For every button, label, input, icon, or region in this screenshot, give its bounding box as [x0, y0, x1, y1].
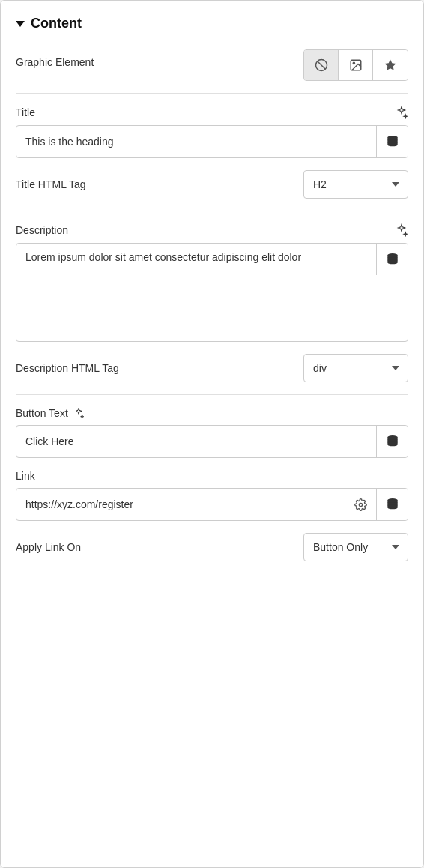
- title-html-tag-select-wrapper: H1 H2 H3 H4 H5 H6: [303, 170, 408, 199]
- description-html-tag-group: Description HTML Tag div p span: [16, 354, 408, 382]
- link-gear-btn[interactable]: [345, 489, 376, 520]
- link-input[interactable]: [16, 491, 345, 518]
- section-header: Content: [16, 16, 408, 31]
- description-label-row: Description: [16, 223, 408, 237]
- apply-link-select-wrapper: Button Only Entire Box Title Only: [303, 533, 408, 561]
- link-input-wrapper: [16, 488, 408, 521]
- link-stack-btn[interactable]: [376, 489, 408, 520]
- divider-3: [16, 394, 408, 395]
- button-text-stack-btn[interactable]: [376, 426, 408, 457]
- button-text-label-row: Button Text: [16, 407, 408, 419]
- svg-point-8: [359, 503, 362, 506]
- title-input[interactable]: [16, 128, 376, 155]
- graphic-btn-image[interactable]: [339, 50, 373, 80]
- description-html-tag-select-wrapper: div p span: [303, 354, 408, 382]
- title-label-row: Title: [16, 106, 408, 119]
- gear-icon: [354, 498, 367, 511]
- link-group: Link: [16, 470, 408, 521]
- svg-point-3: [353, 62, 354, 64]
- title-label: Title: [16, 106, 35, 118]
- description-stack-icon: [385, 252, 400, 267]
- divider-1: [16, 93, 408, 94]
- graphic-btn-none[interactable]: [304, 50, 339, 80]
- description-group: Description Lorem ipsum dolor sit amet c…: [16, 223, 408, 342]
- section-title: Content: [31, 16, 82, 31]
- title-html-tag-label: Title HTML Tag: [16, 178, 86, 190]
- button-text-ai-icon[interactable]: [73, 407, 85, 419]
- button-text-stack-icon: [385, 434, 400, 449]
- description-textarea-wrapper: Lorem ipsum dolor sit amet consectetur a…: [16, 243, 408, 342]
- title-html-tag-select[interactable]: H1 H2 H3 H4 H5 H6: [303, 170, 408, 199]
- collapse-icon[interactable]: [16, 21, 25, 27]
- title-html-tag-group: Title HTML Tag H1 H2 H3 H4 H5 H6: [16, 170, 408, 199]
- graphic-element-row: Graphic Element: [16, 49, 408, 81]
- content-panel: Content Graphic Element: [0, 0, 424, 868]
- button-text-label-with-icon: Button Text: [16, 407, 85, 419]
- apply-link-label: Apply Link On: [16, 541, 81, 553]
- link-stack-icon: [385, 497, 400, 512]
- title-stack-btn[interactable]: [376, 126, 408, 157]
- title-stack-icon: [385, 134, 400, 149]
- graphic-element-label: Graphic Element: [16, 56, 94, 68]
- title-ai-icon[interactable]: [395, 106, 408, 119]
- description-html-tag-select[interactable]: div p span: [303, 354, 408, 382]
- graphic-btn-group: [303, 49, 408, 81]
- description-html-tag-label: Description HTML Tag: [16, 362, 119, 374]
- svg-line-1: [317, 61, 325, 70]
- graphic-element-group: Graphic Element: [16, 49, 408, 81]
- button-text-input[interactable]: [16, 428, 376, 455]
- button-text-label: Button Text: [16, 407, 68, 419]
- graphic-btn-icon[interactable]: [373, 50, 408, 80]
- button-text-group: Button Text: [16, 407, 408, 458]
- apply-link-group: Apply Link On Button Only Entire Box Tit…: [16, 533, 408, 561]
- title-input-wrapper: [16, 125, 408, 158]
- title-group: Title: [16, 106, 408, 158]
- svg-marker-4: [385, 60, 396, 70]
- description-textarea[interactable]: Lorem ipsum dolor sit amet consectetur a…: [16, 244, 376, 341]
- button-text-input-wrapper: [16, 425, 408, 458]
- link-label: Link: [16, 470, 35, 482]
- description-ai-icon[interactable]: [395, 223, 408, 237]
- divider-2: [16, 211, 408, 211]
- description-label: Description: [16, 224, 68, 236]
- apply-link-select[interactable]: Button Only Entire Box Title Only: [303, 533, 408, 561]
- link-label-row: Link: [16, 470, 408, 482]
- description-stack-btn[interactable]: [376, 244, 408, 275]
